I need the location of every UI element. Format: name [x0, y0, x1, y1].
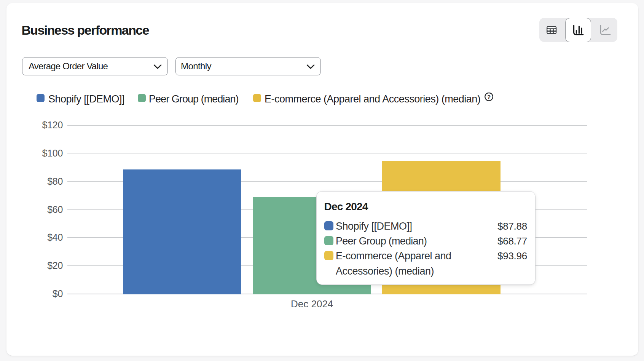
svg-text:?: ?	[487, 93, 490, 100]
